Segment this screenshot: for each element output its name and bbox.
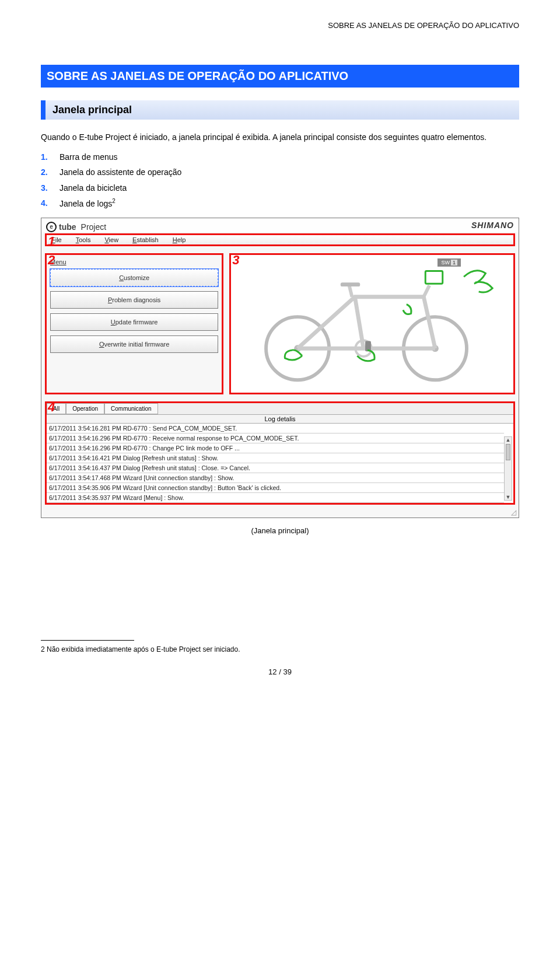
list-text: Janela do assistente de operação xyxy=(60,165,181,180)
resize-handle-icon[interactable]: ◿ xyxy=(41,508,519,518)
assistant-panel: 2 Menu Customize Problem diagnosis Updat… xyxy=(45,253,223,394)
page-header: SOBRE AS JANELAS DE OPERAÇÃO DO APLICATI… xyxy=(41,21,519,30)
scroll-down-icon[interactable]: ▼ xyxy=(505,494,512,500)
logo-tube-text: tube xyxy=(59,222,76,232)
footnote-text: 2 Não exibida imediatamente após o E-tub… xyxy=(41,644,519,655)
log-row: 6/17/2011 3:54:17.468 PM Wizard [Unit co… xyxy=(47,473,504,483)
menubar-frame: 1 File Tools View Establish Help xyxy=(45,233,515,246)
log-row: 6/17/2011 3:54:35.937 PM Wizard [Menu] :… xyxy=(47,493,504,503)
list-item: 3. Janela da bicicleta xyxy=(41,180,519,196)
list-item: 4. Janela de logs2 xyxy=(41,195,519,211)
problem-diagnosis-button[interactable]: Problem diagnosis xyxy=(50,291,218,309)
app-screenshot: e tube Project SHIMANO 1 File Tools View… xyxy=(41,218,519,518)
menu-tools[interactable]: Tools xyxy=(76,236,91,243)
svg-rect-6 xyxy=(426,271,443,284)
customize-button[interactable]: Customize xyxy=(50,269,218,286)
page-number: 12 / 39 xyxy=(41,667,519,676)
menu-view[interactable]: View xyxy=(104,236,118,243)
sub-title-bar: Janela principal xyxy=(41,100,519,120)
log-row: 6/17/2011 3:54:16.296 PM RD-6770 : Chang… xyxy=(47,443,504,453)
log-header: Log detalis xyxy=(47,414,513,424)
marker-3: 3 xyxy=(232,253,239,268)
scroll-up-icon[interactable]: ▲ xyxy=(505,437,512,443)
list-num: 4. xyxy=(41,195,51,211)
bicycle-diagram xyxy=(235,258,510,387)
marker-1: 1 xyxy=(48,234,55,249)
log-row: 6/17/2011 3:54:16.421 PM Dialog [Refresh… xyxy=(47,453,504,463)
screenshot-caption: (Janela principal) xyxy=(41,526,519,535)
shimano-brand: SHIMANO xyxy=(471,221,514,230)
menu-help[interactable]: Help xyxy=(173,236,186,243)
sw-badge: SW1 xyxy=(438,258,461,267)
bicycle-panel: 3 SW1 xyxy=(229,253,515,394)
menu-heading: Menu xyxy=(50,258,218,265)
log-tab-communication[interactable]: Communication xyxy=(104,403,158,414)
logo-circle-icon: e xyxy=(46,222,57,232)
list-item: 2. Janela do assistente de operação xyxy=(41,165,519,180)
scroll-thumb[interactable] xyxy=(506,444,510,460)
overwrite-firmware-button[interactable]: Overwrite initial firmware xyxy=(50,335,218,353)
menu-establish[interactable]: Establish xyxy=(132,236,159,243)
app-project-label: Project xyxy=(81,222,107,232)
main-title-bar: SOBRE AS JANELAS DE OPERAÇÃO DO APLICATI… xyxy=(41,65,519,88)
log-row: 6/17/2011 3:54:35.906 PM Wizard [Unit co… xyxy=(47,483,504,493)
log-panel: 4 All Operation Communication Log detali… xyxy=(45,401,515,505)
list-num: 3. xyxy=(41,180,51,196)
numbered-list: 1. Barra de menus 2. Janela do assistent… xyxy=(41,149,519,212)
log-tab-operation[interactable]: Operation xyxy=(66,403,104,414)
list-item: 1. Barra de menus xyxy=(41,149,519,165)
etube-logo: e tube xyxy=(46,222,76,232)
menubar-wrapper: 1 File Tools View Establish Help xyxy=(41,232,519,250)
list-num: 2. xyxy=(41,165,51,180)
log-row: 6/17/2011 3:54:16.437 PM Dialog [Refresh… xyxy=(47,463,504,473)
marker-2: 2 xyxy=(48,253,55,268)
marker-4: 4 xyxy=(48,400,55,415)
log-row: 6/17/2011 3:54:16.281 PM RD-6770 : Send … xyxy=(47,424,504,433)
log-row: 6/17/2011 3:54:16.296 PM RD-6770 : Recei… xyxy=(47,433,504,443)
log-scrollbar[interactable]: ▲ ▼ xyxy=(504,436,512,501)
footnote-separator xyxy=(41,640,134,641)
list-text: Janela da bicicleta xyxy=(60,180,127,196)
app-titlebar: e tube Project SHIMANO xyxy=(41,218,519,232)
list-text: Janela de logs2 xyxy=(60,195,116,211)
list-num: 1. xyxy=(41,149,51,165)
intro-paragraph: Quando o E-tube Project é iniciado, a ja… xyxy=(41,130,519,145)
update-firmware-button[interactable]: Update firmware xyxy=(50,313,218,331)
svg-rect-4 xyxy=(341,282,360,286)
list-text: Barra de menus xyxy=(60,149,118,165)
